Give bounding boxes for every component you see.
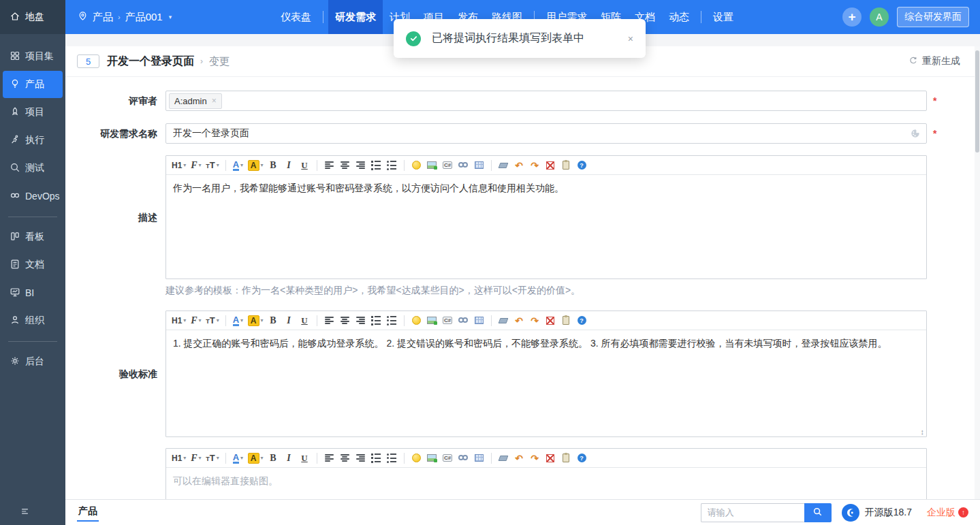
resize-handle[interactable]: ↕ xyxy=(921,428,925,436)
breadcrumb-product[interactable]: 产品001 xyxy=(125,11,163,24)
emoji-icon[interactable] xyxy=(409,313,424,328)
table-icon[interactable] xyxy=(472,313,486,328)
sidebar-item-执行[interactable]: 执行 xyxy=(0,127,65,154)
background-color-icon[interactable]: A▾ xyxy=(247,313,265,328)
about-icon[interactable]: ? xyxy=(575,313,589,328)
sidebar-item-组织[interactable]: 组织 xyxy=(0,307,65,334)
font-name-icon[interactable]: F▾ xyxy=(189,158,203,173)
align-left-icon[interactable] xyxy=(322,451,336,466)
sidebar-item-DevOps[interactable]: DevOps xyxy=(0,182,65,210)
sidebar-item-home[interactable]: 地盘 xyxy=(0,0,65,34)
menu-item-动态[interactable]: 动态 xyxy=(662,0,696,34)
text-color-icon[interactable]: A▾ xyxy=(231,158,245,173)
version-label[interactable]: 开源版18.7 xyxy=(865,507,912,519)
remove-format-icon[interactable] xyxy=(496,158,511,173)
fullscreen-icon[interactable] xyxy=(543,451,558,466)
redo-icon[interactable]: ↷ xyxy=(528,313,542,328)
underline-icon[interactable]: U xyxy=(298,451,312,466)
paste-icon[interactable] xyxy=(559,158,573,173)
fullscreen-icon[interactable] xyxy=(543,313,558,328)
unordered-list-icon[interactable] xyxy=(385,313,399,328)
font-size-icon[interactable]: TT▾ xyxy=(204,313,220,328)
sidebar-item-产品[interactable]: 产品 xyxy=(3,71,63,98)
scrollbar-track[interactable] xyxy=(975,46,980,499)
footer-tab-product[interactable]: 产品 xyxy=(77,504,99,522)
search-input[interactable] xyxy=(701,503,804,522)
bold-icon[interactable]: B xyxy=(266,313,281,328)
align-left-icon[interactable] xyxy=(322,313,336,328)
story-name-input[interactable] xyxy=(165,123,927,144)
sidebar-item-后台[interactable]: 后台 xyxy=(0,348,65,375)
code-icon[interactable]: C# xyxy=(441,313,455,328)
ordered-list-icon[interactable] xyxy=(369,313,383,328)
fullscreen-icon[interactable] xyxy=(543,158,558,173)
image-icon[interactable] xyxy=(425,158,439,173)
redo-icon[interactable]: ↷ xyxy=(528,158,542,173)
remove-tag-icon[interactable]: × xyxy=(212,96,217,106)
remove-format-icon[interactable] xyxy=(496,451,511,466)
avatar[interactable]: A xyxy=(870,7,889,27)
zentao-logo[interactable] xyxy=(842,504,859,522)
heading-icon[interactable]: H1▾ xyxy=(170,158,187,173)
paste-icon[interactable] xyxy=(559,313,573,328)
unordered-list-icon[interactable] xyxy=(385,158,399,173)
scrollbar-thumb[interactable] xyxy=(975,50,979,153)
close-icon[interactable]: × xyxy=(628,33,633,44)
align-left-icon[interactable] xyxy=(322,158,336,173)
image-icon[interactable] xyxy=(425,451,439,466)
font-name-icon[interactable]: F▾ xyxy=(189,313,203,328)
align-center-icon[interactable] xyxy=(338,451,352,466)
breadcrumb-section[interactable]: 产品 xyxy=(93,11,113,24)
heading-icon[interactable]: H1▾ xyxy=(170,313,187,328)
menu-item-仪表盘[interactable]: 仪表盘 xyxy=(274,0,318,34)
ordered-list-icon[interactable] xyxy=(369,451,383,466)
unordered-list-icon[interactable] xyxy=(385,451,399,466)
collapse-sidebar-button[interactable] xyxy=(19,507,31,519)
align-center-icon[interactable] xyxy=(338,158,352,173)
remove-format-icon[interactable] xyxy=(496,313,511,328)
about-icon[interactable]: ? xyxy=(575,158,589,173)
sidebar-item-项目[interactable]: 项目 xyxy=(0,99,65,126)
table-icon[interactable] xyxy=(472,451,486,466)
align-right-icon[interactable] xyxy=(353,158,368,173)
breadcrumb[interactable]: 产品 › 产品001 ▾ xyxy=(65,11,184,24)
sidebar-item-文档[interactable]: 文档 xyxy=(0,251,65,279)
sidebar-item-测试[interactable]: 测试 xyxy=(0,155,65,182)
ordered-list-icon[interactable] xyxy=(369,158,383,173)
text-color-icon[interactable]: A▾ xyxy=(231,451,245,466)
bold-icon[interactable]: B xyxy=(266,158,281,173)
sidebar-item-项目集[interactable]: 项目集 xyxy=(0,43,65,70)
align-right-icon[interactable] xyxy=(353,313,368,328)
link-icon[interactable] xyxy=(456,158,471,173)
upgrade-link[interactable]: 企业版 ↑ xyxy=(927,507,968,519)
menu-item-研发需求[interactable]: 研发需求 xyxy=(328,0,383,34)
underline-icon[interactable]: U xyxy=(298,313,312,328)
italic-icon[interactable]: I xyxy=(282,158,296,173)
paste-editor-placeholder[interactable]: 可以在编辑器直接贴图。 xyxy=(166,468,926,499)
acceptance-editor-content[interactable]: 1. 提交正确的账号和密码后，能够成功登录系统。 2. 提交错误的账号和密码后，… xyxy=(166,330,926,436)
reviewer-input[interactable]: A:admin × xyxy=(165,91,927,111)
chevron-down-icon[interactable]: ▾ xyxy=(169,14,172,20)
italic-icon[interactable]: I xyxy=(282,313,296,328)
code-icon[interactable]: C# xyxy=(441,451,455,466)
color-palette-icon[interactable] xyxy=(910,128,921,142)
align-center-icon[interactable] xyxy=(338,313,352,328)
sidebar-item-BI[interactable]: BI xyxy=(0,279,65,306)
menu-item-设置[interactable]: 设置 xyxy=(706,0,740,34)
paste-icon[interactable] xyxy=(559,451,573,466)
italic-icon[interactable]: I xyxy=(282,451,296,466)
link-icon[interactable] xyxy=(456,451,471,466)
description-editor-content[interactable]: 作为一名用户，我希望能够通过账号和密码登录系统，以方便访问个人信息和使用相关功能… xyxy=(166,175,926,279)
about-icon[interactable]: ? xyxy=(575,451,589,466)
background-color-icon[interactable]: A▾ xyxy=(247,451,265,466)
undo-icon[interactable]: ↶ xyxy=(512,451,526,466)
undo-icon[interactable]: ↶ xyxy=(512,158,526,173)
font-size-icon[interactable]: TT▾ xyxy=(204,158,220,173)
font-size-icon[interactable]: TT▾ xyxy=(204,451,220,466)
emoji-icon[interactable] xyxy=(409,451,424,466)
text-color-icon[interactable]: A▾ xyxy=(231,313,245,328)
integrated-workspace-button[interactable]: 综合研发界面 xyxy=(897,7,969,27)
regenerate-button[interactable]: 重新生成 xyxy=(908,55,960,67)
sidebar-item-看板[interactable]: 看板 xyxy=(0,223,65,251)
emoji-icon[interactable] xyxy=(409,158,424,173)
